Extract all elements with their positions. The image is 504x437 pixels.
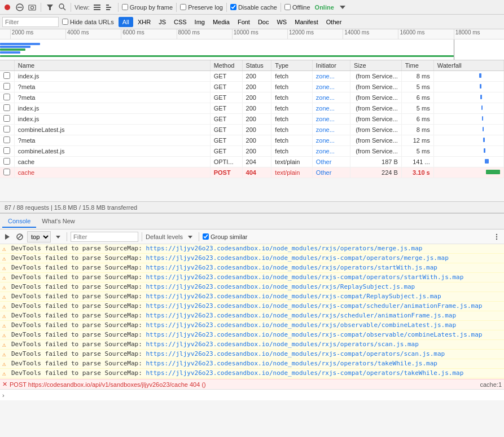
th-time[interactable]: Time <box>401 60 433 71</box>
row-checkbox[interactable] <box>3 115 10 122</box>
network-conditions-button[interactable] <box>338 2 348 12</box>
filter-font-button[interactable]: Font <box>234 17 253 27</box>
offline-label[interactable]: Offline <box>284 4 310 11</box>
filter-doc-button[interactable]: Doc <box>255 17 273 27</box>
console-context-select[interactable]: top <box>27 231 51 242</box>
group-by-frame-label[interactable]: Group by frame <box>122 4 173 11</box>
preserve-log-label[interactable]: Preserve log <box>180 4 223 11</box>
log-link[interactable]: https://jljyv26o23.codesandbox.io/node_m… <box>146 341 418 348</box>
filter-other-button[interactable]: Other <box>323 17 345 27</box>
row-checkbox[interactable] <box>3 147 10 154</box>
disable-cache-checkbox[interactable] <box>230 4 236 10</box>
table-row[interactable]: ?meta GET 200 fetch zone... (from Servic… <box>0 92 504 103</box>
row-checkbox-cell[interactable] <box>0 125 14 135</box>
post-error-url[interactable]: POST https://codesandbox.io/api/v1/sandb… <box>10 381 206 388</box>
context-dropdown-button[interactable] <box>53 232 63 242</box>
log-levels-dropdown-button[interactable] <box>185 232 195 242</box>
warning-icon: ⚠ <box>2 293 10 301</box>
row-checkbox[interactable] <box>3 104 10 111</box>
table-row[interactable]: index.js GET 200 fetch zone... (from Ser… <box>0 103 504 114</box>
row-checkbox[interactable] <box>3 136 10 143</box>
table-row[interactable]: cache OPTI... 204 text/plain Other 187 B… <box>0 157 504 167</box>
console-filter-input[interactable] <box>71 232 138 242</box>
filter-js-button[interactable]: JS <box>155 17 169 27</box>
log-link[interactable]: https://jljyv26o23.codesandbox.io/node_m… <box>146 312 456 319</box>
hide-data-urls-label[interactable]: Hide data URLs <box>62 19 114 25</box>
table-row[interactable]: combineLatest.js GET 200 fetch zone... (… <box>0 146 504 157</box>
log-link[interactable]: https://jljyv26o23.codesandbox.io/node_m… <box>146 331 482 338</box>
tab-whats-new[interactable]: What's New <box>36 215 80 228</box>
th-initiator[interactable]: Initiator <box>312 60 350 71</box>
console-more-button[interactable] <box>492 232 502 242</box>
list-view-button[interactable] <box>92 2 102 12</box>
th-name[interactable]: Name <box>14 60 210 71</box>
clear-button[interactable] <box>15 2 25 12</box>
search-button[interactable] <box>57 2 67 12</box>
filter-css-button[interactable]: CSS <box>170 17 190 27</box>
row-checkbox-cell[interactable] <box>0 114 14 125</box>
log-link[interactable]: https://jljyv26o23.codesandbox.io/node_m… <box>146 254 448 262</box>
filter-xhr-button[interactable]: XHR <box>134 17 154 27</box>
table-row[interactable]: ?meta GET 200 fetch zone... (from Servic… <box>0 82 504 92</box>
post-error-link[interactable]: POST https://codesandbox.io/api/v1/sandb… <box>10 381 206 388</box>
filter-input[interactable] <box>2 17 59 27</box>
filter-media-button[interactable]: Media <box>209 17 233 27</box>
row-checkbox-cell[interactable] <box>0 157 14 167</box>
row-checkbox-cell[interactable] <box>0 167 14 178</box>
offline-checkbox[interactable] <box>284 4 291 10</box>
row-checkbox-cell[interactable] <box>0 92 14 103</box>
row-checkbox-cell[interactable] <box>0 103 14 114</box>
filter-all-button[interactable]: All <box>119 17 133 27</box>
console-stop-button[interactable] <box>15 232 25 242</box>
th-status[interactable]: Status <box>242 60 271 71</box>
row-checkbox-cell[interactable] <box>0 146 14 157</box>
th-method[interactable]: Method <box>210 60 242 71</box>
filter-ws-button[interactable]: WS <box>273 17 290 27</box>
log-link[interactable]: https://jljyv26o23.codesandbox.io/node_m… <box>146 360 437 367</box>
filter-img-button[interactable]: Img <box>191 17 208 27</box>
log-link[interactable]: https://jljyv26o23.codesandbox.io/node_m… <box>146 273 463 281</box>
log-link[interactable]: https://jljyv26o23.codesandbox.io/node_m… <box>146 350 445 357</box>
row-checkbox-cell[interactable] <box>0 82 14 92</box>
hide-data-urls-checkbox[interactable] <box>62 19 68 25</box>
table-row[interactable]: index.js GET 200 fetch zone... (from Ser… <box>0 71 504 82</box>
row-initiator: Other <box>312 167 350 178</box>
log-link[interactable]: https://jljyv26o23.codesandbox.io/node_m… <box>146 283 415 290</box>
row-checkbox[interactable] <box>3 158 10 165</box>
row-checkbox[interactable] <box>3 94 10 100</box>
filter-toggle-button[interactable] <box>45 2 55 12</box>
row-checkbox-cell[interactable] <box>0 135 14 146</box>
row-checkbox-cell[interactable] <box>0 71 14 82</box>
log-link[interactable]: https://jljyv26o23.codesandbox.io/node_m… <box>146 264 437 271</box>
row-checkbox[interactable] <box>3 72 10 79</box>
th-waterfall[interactable]: Waterfall <box>433 60 503 71</box>
group-similar-checkbox[interactable] <box>203 233 209 240</box>
record-button[interactable] <box>2 2 12 12</box>
th-size[interactable]: Size <box>350 60 402 71</box>
log-link[interactable]: https://jljyv26o23.codesandbox.io/node_m… <box>146 321 456 329</box>
group-similar-label[interactable]: Group similar <box>203 233 247 240</box>
disable-cache-label[interactable]: Disable cache <box>230 4 277 11</box>
table-row[interactable]: cache POST 404 text/plain Other 224 B 3.… <box>0 167 504 178</box>
log-link[interactable]: https://jljyv26o23.codesandbox.io/node_m… <box>146 293 441 300</box>
screenshot-button[interactable] <box>27 2 37 12</box>
row-checkbox[interactable] <box>3 126 10 133</box>
group-by-frame-checkbox[interactable] <box>122 4 128 10</box>
preserve-log-checkbox[interactable] <box>180 4 186 10</box>
console-run-button[interactable] <box>2 232 12 242</box>
log-link[interactable]: https://jljyv26o23.codesandbox.io/node_m… <box>146 245 422 252</box>
log-link[interactable]: https://jljyv26o23.codesandbox.io/node_m… <box>146 369 463 377</box>
log-text: DevTools failed to parse SourceMap: http… <box>11 321 502 329</box>
table-row[interactable]: ?meta GET 200 fetch zone... (from Servic… <box>0 135 504 146</box>
filter-manifest-button[interactable]: Manifest <box>291 17 322 27</box>
log-link[interactable]: https://jljyv26o23.codesandbox.io/node_m… <box>146 302 482 310</box>
table-row[interactable]: combineLatest.js GET 200 fetch zone... (… <box>0 125 504 135</box>
th-type[interactable]: Type <box>271 60 312 71</box>
row-checkbox[interactable] <box>3 169 10 175</box>
console-input[interactable] <box>7 391 502 399</box>
row-name: ?meta <box>14 82 210 92</box>
tab-console[interactable]: Console <box>2 215 36 228</box>
row-checkbox[interactable] <box>3 83 10 90</box>
waterfall-view-button[interactable] <box>104 2 115 12</box>
table-row[interactable]: index.js GET 200 fetch zone... (from Ser… <box>0 114 504 125</box>
